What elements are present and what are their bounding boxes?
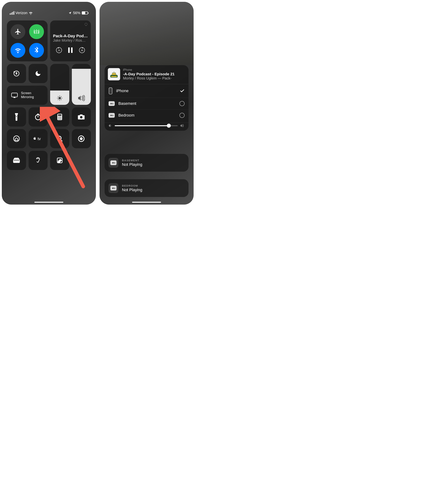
svg-text:tv: tv [38, 137, 41, 141]
airplay-title: -A-Day Podcast - Episode 21 [123, 72, 175, 76]
wifi-toggle[interactable] [10, 43, 25, 58]
svg-point-10 [16, 116, 17, 117]
svg-point-18 [59, 118, 60, 118]
apple-tv-icon: tv [109, 101, 115, 106]
source-room-label: BASEMENT [122, 159, 142, 162]
screen-mirroring-icon [11, 92, 18, 98]
volume-slider[interactable] [72, 64, 91, 105]
source-status: Not Playing [122, 162, 142, 167]
volume-icon [78, 95, 85, 101]
apple-tv-remote-button[interactable]: tv [29, 129, 48, 148]
airplay-panel: iPhone -A-Day Podcast - Episode 21 Morle… [104, 65, 189, 131]
source-device-icon: tv [109, 158, 118, 168]
airplay-device-row[interactable]: tv Basement [104, 97, 189, 109]
notes-button[interactable] [50, 151, 69, 170]
other-source-card[interactable]: tv BEDROOM Not Playing [104, 179, 189, 197]
play-pause-button[interactable] [68, 47, 73, 53]
bluetooth-toggle[interactable] [29, 43, 44, 58]
svg-point-8 [58, 97, 61, 99]
orientation-lock-toggle[interactable] [7, 64, 26, 83]
svg-rect-39 [109, 88, 112, 93]
source-status: Not Playing [122, 187, 142, 192]
airplane-mode-toggle[interactable] [10, 24, 25, 39]
volume-low-icon [109, 124, 112, 127]
svg-rect-37 [111, 76, 117, 77]
airplay-device-name: Basement [118, 101, 176, 106]
svg-rect-3 [71, 48, 72, 53]
airplay-volume-slider[interactable] [104, 122, 189, 128]
svg-rect-13 [58, 114, 61, 116]
svg-rect-7 [16, 73, 17, 74]
airplay-device-name: iPhone [116, 89, 176, 93]
checkmark-icon [180, 89, 184, 93]
status-bar: Verizon 56% [7, 11, 91, 15]
home-indicator[interactable] [132, 202, 161, 203]
airplay-device-row[interactable]: iPhone [104, 84, 189, 97]
svg-point-15 [59, 116, 60, 117]
wallet-button[interactable] [7, 151, 26, 170]
airplay-device-name: Bedroom [118, 113, 176, 118]
skip-forward-button[interactable]: 30 [79, 47, 85, 53]
airplay-subtitle: Morley / Ross Uglem — Pack- [123, 76, 175, 80]
svg-rect-32 [14, 160, 19, 160]
apple-tv-icon: tv [109, 113, 115, 118]
airplay-current-device: iPhone [123, 68, 175, 72]
screen-record-button[interactable] [72, 129, 91, 148]
camera-button[interactable] [72, 107, 91, 127]
screen-mirroring-label: Screen Mirroring [21, 91, 34, 99]
cellular-data-toggle[interactable] [29, 24, 44, 39]
magnifier-button[interactable] [50, 129, 69, 148]
svg-point-17 [58, 118, 59, 118]
media-subtitle: Jake Morley / Ros… [53, 38, 88, 42]
do-not-disturb-toggle[interactable] [29, 64, 48, 83]
svg-text:15: 15 [58, 49, 60, 51]
other-source-card[interactable]: tv BASEMENT Not Playing [104, 154, 189, 172]
screen-mirroring-button[interactable]: Screen Mirroring [7, 86, 48, 105]
svg-point-28 [80, 137, 83, 140]
airplay-device-list: iPhone tv Basement tv Bedroom [104, 84, 189, 121]
now-playing-module[interactable]: Pack-A-Day Pod… Jake Morley / Ros… 15 30 [50, 20, 91, 61]
source-device-icon: tv [109, 183, 118, 193]
wifi-icon [29, 11, 33, 15]
svg-rect-9 [12, 93, 17, 97]
timer-button[interactable] [29, 107, 48, 127]
svg-rect-31 [14, 158, 19, 159]
svg-point-14 [58, 116, 59, 117]
iphone-icon [109, 88, 112, 94]
hearing-button[interactable] [29, 151, 48, 170]
home-indicator[interactable] [34, 202, 63, 203]
airplay-routing-screen: iPhone -A-Day Podcast - Episode 21 Morle… [100, 2, 194, 205]
svg-point-22 [60, 119, 61, 120]
svg-point-21 [59, 119, 60, 120]
location-icon [68, 11, 72, 15]
source-room-label: BEDROOM [122, 184, 142, 187]
connectivity-group [7, 20, 48, 61]
control-center-screen: Verizon 56% [2, 2, 96, 205]
airplay-device-row[interactable]: tv Bedroom [104, 109, 189, 121]
album-art [108, 68, 120, 80]
battery-percent: 56% [73, 11, 80, 15]
home-button[interactable] [7, 129, 26, 148]
cellular-signal-icon [10, 11, 14, 15]
brightness-slider[interactable] [50, 64, 69, 105]
skip-back-button[interactable]: 15 [56, 47, 62, 53]
volume-high-icon [180, 124, 184, 128]
battery-icon [82, 11, 88, 15]
media-title: Pack-A-Day Pod… [53, 34, 88, 38]
svg-point-20 [58, 119, 59, 120]
flashlight-button[interactable] [7, 107, 26, 127]
brightness-icon [57, 95, 63, 101]
svg-point-19 [60, 118, 61, 118]
control-center-grid: Pack-A-Day Pod… Jake Morley / Ros… 15 30 [7, 20, 91, 170]
calculator-button[interactable] [50, 107, 69, 127]
carrier-label: Verizon [15, 11, 27, 15]
svg-point-23 [80, 116, 82, 119]
radio-unselected-icon [179, 101, 184, 106]
airplay-now-playing-header[interactable]: iPhone -A-Day Podcast - Episode 21 Morle… [104, 65, 189, 82]
svg-point-16 [60, 116, 61, 117]
svg-text:30: 30 [81, 49, 83, 51]
airplay-hint-icon [84, 23, 88, 27]
svg-rect-2 [68, 48, 70, 53]
radio-unselected-icon [179, 113, 184, 118]
